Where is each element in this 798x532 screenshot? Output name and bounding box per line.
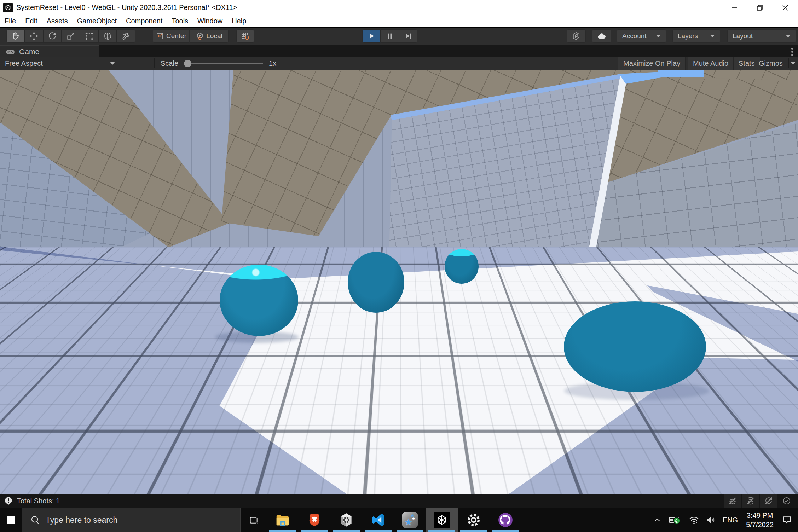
action-center-icon[interactable] <box>782 515 792 525</box>
taskbar-app-vscode[interactable] <box>362 508 394 532</box>
brave-browser-icon <box>307 512 322 528</box>
gamepad-icon <box>5 46 16 57</box>
menu-assets[interactable]: Assets <box>42 17 73 25</box>
system-tray: ENG 3:49 PM 5/7/2022 <box>649 508 798 532</box>
running-indicator <box>333 530 360 532</box>
rotate-icon <box>48 31 57 41</box>
pause-button[interactable] <box>381 29 399 43</box>
stats-toggle[interactable]: Stats <box>733 57 760 70</box>
github-desktop-icon <box>497 512 514 528</box>
account-label: Account <box>622 32 647 40</box>
maximize-on-play-toggle[interactable]: Maximize On Play <box>618 57 686 70</box>
taskbar-app-file-explorer[interactable] <box>267 508 299 532</box>
menu-bar: File Edit Assets GameObject Component To… <box>0 15 798 28</box>
taskbar-app-brave[interactable] <box>299 508 330 532</box>
taskbar-app-unity-hub[interactable] <box>330 508 362 532</box>
menu-edit[interactable]: Edit <box>21 17 42 25</box>
gizmos-dropdown[interactable]: Gizmos <box>759 57 796 70</box>
settings-gear-icon <box>466 512 481 528</box>
aspect-dropdown[interactable]: Free Aspect <box>5 57 115 70</box>
pivot-icon <box>156 32 164 40</box>
cache-disabled-icon[interactable] <box>742 494 759 508</box>
taskbar-clock[interactable]: 3:49 PM 5/7/2022 <box>746 511 774 529</box>
auto-refresh-disabled-icon[interactable] <box>760 494 777 508</box>
restore-button[interactable] <box>747 0 773 15</box>
minimize-button[interactable] <box>722 0 747 15</box>
console-message-icon <box>4 496 13 506</box>
play-icon <box>368 32 375 40</box>
rotate-tool-button[interactable] <box>43 29 62 43</box>
local-cube-icon <box>196 32 204 40</box>
menu-help[interactable]: Help <box>227 17 251 25</box>
scale-control: Scale 1x <box>161 57 276 70</box>
menu-tools[interactable]: Tools <box>167 17 193 25</box>
layers-dropdown[interactable]: Layers <box>672 29 720 43</box>
tray-time: 3:49 PM <box>746 511 774 520</box>
taskbar-app-unity-editor[interactable] <box>426 508 458 532</box>
layout-dropdown[interactable]: Layout <box>727 29 796 43</box>
plastic-scm-icon <box>572 31 581 41</box>
grid-snap-button[interactable] <box>236 29 254 43</box>
running-indicator <box>269 530 296 532</box>
chevron-down-icon <box>656 35 661 37</box>
scene-sphere <box>445 249 479 284</box>
pivot-toggle-button[interactable]: Center <box>153 29 189 43</box>
task-view-icon <box>248 514 259 526</box>
taskbar-app-github-desktop[interactable] <box>490 508 521 532</box>
transform-tool-button[interactable] <box>98 29 117 43</box>
plastic-scm-button[interactable] <box>567 29 586 43</box>
search-input[interactable]: Type here to search <box>22 508 241 532</box>
collab-status-icon[interactable] <box>778 494 795 508</box>
chevron-down-icon <box>110 62 115 65</box>
game-viewport[interactable] <box>0 70 798 494</box>
cloud-services-button[interactable] <box>592 29 611 43</box>
menu-component[interactable]: Component <box>121 17 167 25</box>
chevron-down-icon <box>786 35 791 37</box>
taskbar-app-settings[interactable] <box>458 508 490 532</box>
scene-sphere <box>220 265 298 336</box>
scale-icon <box>66 31 75 41</box>
wifi-icon[interactable] <box>689 515 699 525</box>
start-button[interactable] <box>0 508 22 532</box>
tab-menu-kebab-icon[interactable] <box>791 48 793 56</box>
hand-icon <box>11 31 20 41</box>
scene-sphere <box>564 301 706 392</box>
menu-file[interactable]: File <box>0 17 21 25</box>
view-tab-bar: Game <box>0 45 798 57</box>
account-dropdown[interactable]: Account <box>617 29 666 43</box>
chevron-down-icon <box>791 62 796 65</box>
volume-icon[interactable] <box>706 515 716 525</box>
orientation-toggle-button[interactable]: Local <box>190 29 229 43</box>
task-view-button[interactable] <box>241 508 267 532</box>
battery-charging-icon[interactable] <box>668 515 682 525</box>
transform-icon <box>103 31 112 41</box>
title-bar: SystemReset - Level0 - WebGL - Unity 202… <box>0 0 798 15</box>
scale-slider-knob[interactable] <box>184 60 191 67</box>
step-button[interactable] <box>399 29 417 43</box>
windows-logo-icon <box>6 515 16 525</box>
running-indicator <box>460 530 487 532</box>
scale-slider-track[interactable] <box>191 63 263 64</box>
tray-expand-chevron-icon[interactable] <box>653 515 662 525</box>
game-tab-label: Game <box>19 47 39 56</box>
move-icon <box>29 31 39 41</box>
sphere-shadow <box>445 284 483 293</box>
cloud-icon <box>597 31 607 41</box>
play-button[interactable] <box>362 29 381 43</box>
game-tab[interactable]: Game <box>0 45 99 57</box>
taskbar-app-stars[interactable]: ★ ★ ★ <box>394 508 426 532</box>
scale-tool-button[interactable] <box>62 29 80 43</box>
language-indicator[interactable]: ENG <box>723 516 738 524</box>
close-button[interactable] <box>773 0 798 15</box>
mute-audio-toggle[interactable]: Mute Audio <box>688 57 734 70</box>
rect-tool-button[interactable] <box>80 29 98 43</box>
menu-window[interactable]: Window <box>193 17 227 25</box>
step-icon <box>404 32 412 40</box>
move-tool-button[interactable] <box>25 29 43 43</box>
debugger-disabled-icon[interactable] <box>724 494 741 508</box>
hand-tool-button[interactable] <box>6 29 25 43</box>
menu-gameobject[interactable]: GameObject <box>73 17 121 25</box>
custom-tools-button[interactable] <box>117 29 135 43</box>
status-bar[interactable]: Total Shots: 1 <box>0 494 798 508</box>
running-indicator <box>428 530 455 532</box>
